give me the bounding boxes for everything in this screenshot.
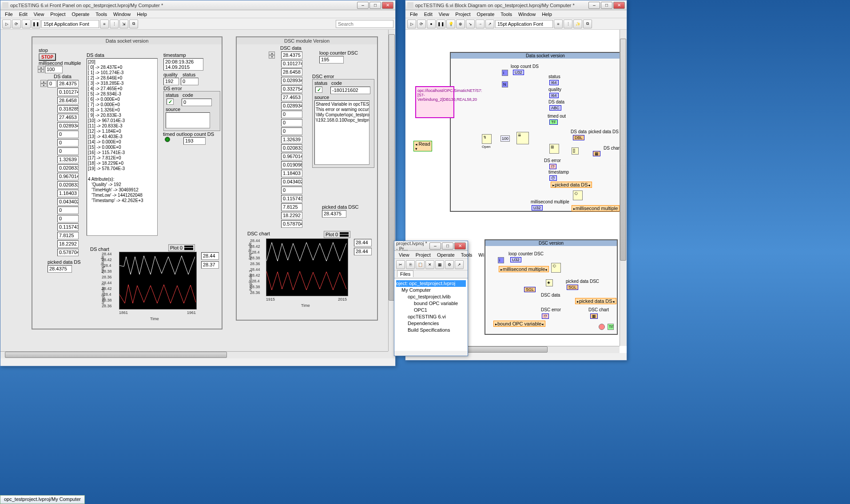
bd-timestamp-term[interactable]: ⏱ — [549, 175, 557, 181]
resize-button[interactable]: ⇲ — [119, 20, 128, 28]
bd-scroll-v[interactable] — [620, 30, 627, 346]
bd-menu-edit[interactable]: Edit — [421, 11, 435, 18]
ds-data-cell[interactable]: 0 — [57, 131, 79, 138]
abort-button[interactable]: ● — [22, 20, 31, 28]
bd-dsc-chart-term[interactable]: ▦ — [590, 314, 598, 319]
bd-menu-file[interactable]: File — [407, 11, 421, 18]
dsc-data-cell[interactable]: 0 — [281, 187, 302, 194]
ds-open-node[interactable]: ↯ — [482, 134, 492, 144]
highlight-exec-button[interactable]: 💡 — [446, 20, 455, 28]
ds-data-cell[interactable]: 0.578704 — [57, 249, 79, 256]
taskbar-item[interactable]: opc_testproject.lvproj/My Computer — [0, 495, 85, 504]
ds-index[interactable]: 0 — [48, 80, 56, 87]
ds-data-cell[interactable]: 0.101274 — [57, 88, 79, 96]
bd-reorder-button[interactable]: ⧉ — [583, 20, 592, 28]
menu-project[interactable]: Project — [48, 11, 68, 18]
menu-tools[interactable]: Tools — [93, 11, 110, 18]
ds-data-cell[interactable]: 0.020833 — [57, 164, 79, 172]
dsc-stop-term[interactable]: TF — [608, 324, 614, 330]
bd-align-button[interactable]: ≡ — [554, 20, 563, 28]
bd-dschart-term[interactable]: ▦ — [593, 151, 600, 156]
dsc-data-cell[interactable]: 7.8125 — [281, 203, 302, 211]
step-over-button[interactable]: → — [476, 20, 485, 28]
dsc-data-cell[interactable]: 18.2292 — [281, 212, 302, 219]
proj-btn2[interactable]: ⚙ — [445, 260, 454, 269]
close-button[interactable]: ✕ — [382, 2, 393, 9]
dsc-data-cell[interactable]: 0.028934 — [281, 102, 302, 110]
ms-value[interactable]: 100 — [45, 66, 63, 73]
bd-dsdata2-term[interactable]: DBL — [573, 135, 584, 140]
maximize-button[interactable]: □ — [369, 2, 381, 9]
dsc-sv-node[interactable]: ◈ — [546, 279, 553, 286]
proj-menu-project[interactable]: Project — [413, 251, 433, 258]
fp-scroll-h[interactable] — [0, 351, 388, 358]
ds-data-cell[interactable]: 0.043402 — [57, 198, 79, 206]
bd-loop-counter-dsc-term[interactable]: U32 — [510, 257, 521, 262]
search-input[interactable] — [336, 20, 393, 28]
ds-data-cell[interactable]: 0 — [57, 139, 79, 147]
proj-btn3[interactable]: ↗ — [455, 260, 464, 269]
bd-hundred-const[interactable]: 100 — [500, 135, 510, 142]
bd-ms-local[interactable]: ▸millisecond multiple — [572, 205, 620, 211]
tree-build[interactable]: Build Specifications — [396, 327, 466, 333]
bd-dsdata-term[interactable]: ABC — [549, 105, 561, 111]
bd-picked-ds-local[interactable]: ▸picked data DS◂ — [551, 182, 592, 188]
bd-menu-operate[interactable]: Operate — [474, 11, 497, 18]
ds-data-cell[interactable]: 18.2292 — [57, 240, 79, 248]
bd-status-term[interactable]: I64 — [549, 80, 559, 85]
bd-menu-project[interactable]: Project — [453, 11, 473, 18]
bd-menu-help[interactable]: Help — [539, 11, 555, 18]
tree-lvlib[interactable]: opc_testproject.lvlib — [396, 294, 466, 300]
bd-picked-dsc-term[interactable]: SGL — [567, 285, 578, 290]
ds-plot-legend[interactable]: Plot 0 — [168, 244, 195, 251]
proj-cut-button[interactable]: ✂ — [396, 260, 405, 269]
ds-data-cell[interactable]: 0 — [57, 147, 79, 155]
menu-help[interactable]: Help — [134, 11, 150, 18]
bd-ds-while-loop[interactable]: Data socket version opc://localhost/OPC.… — [450, 52, 627, 212]
bd-loop-count-term[interactable]: U32 — [513, 70, 524, 75]
proj-menu-operate[interactable]: Operate — [434, 251, 457, 258]
ds-index-spinner[interactable]: ▴▾ — [40, 80, 47, 87]
pause-button[interactable]: ❚❚ — [32, 20, 40, 28]
dsc-plot-legend[interactable]: Plot 0 — [324, 231, 350, 238]
ds-data-cell[interactable]: 0.967014 — [57, 173, 79, 180]
bd-menu-window[interactable]: Window — [516, 11, 538, 18]
menu-edit[interactable]: Edit — [16, 11, 30, 18]
menu-window[interactable]: Window — [111, 11, 133, 18]
tree-project-root[interactable]: oject: opc_testproject.lvproj — [396, 280, 466, 287]
dsc-data-cell[interactable]: 0.101274 — [281, 60, 302, 67]
proj-close-button[interactable]: ✕ — [454, 242, 466, 250]
loop-i-terminal[interactable]: i — [502, 70, 508, 76]
dsc-wait-node[interactable]: ⏲ — [551, 263, 561, 273]
dsc-data-cell[interactable]: 0.967014 — [281, 153, 302, 160]
ds-read-node[interactable]: ⇊ — [516, 132, 529, 144]
menu-file[interactable]: File — [2, 11, 16, 18]
proj-minimize-button[interactable]: – — [429, 242, 441, 250]
variant-node[interactable]: ⊞ — [549, 144, 559, 154]
ds-raw-text[interactable]: [20] [ 0] -> 28.437E+0 [ 1] -> 101.274E-… — [87, 58, 158, 236]
bd-ms-term[interactable]: U32 — [532, 205, 543, 210]
step-into-button[interactable]: ↘ — [466, 20, 475, 28]
dsc-data-cell[interactable]: 28.6458 — [281, 68, 302, 76]
dsc-chart[interactable] — [266, 238, 348, 296]
bd-run-continuous-button[interactable]: ⟳ — [417, 20, 426, 28]
dsc-index-spinner[interactable]: ▴▾ — [269, 52, 275, 59]
ds-data-cell[interactable]: 0.318285 — [57, 105, 79, 113]
bd-timedout-term[interactable]: TF — [549, 119, 558, 125]
dsc-data-cell[interactable]: 28.4375 — [281, 52, 302, 59]
reorder-button[interactable]: ⧉ — [129, 20, 138, 28]
wait-node[interactable]: ⏲ — [573, 190, 583, 200]
opc-url-constant[interactable]: opc://localhost/OPC.SimaticNET/S7:[S7-Ve… — [415, 86, 454, 118]
ds-data-cell[interactable]: 27.4653 — [57, 114, 79, 121]
proj-copy-button[interactable]: ⎘ — [406, 260, 415, 269]
bd-dsc-while-loop[interactable]: DSC version loop counter DSC U32 i ▸mill… — [485, 239, 618, 335]
proj-delete-button[interactable]: ✕ — [425, 260, 434, 269]
proj-menu-wi[interactable]: Wi — [476, 251, 487, 258]
ds-data-cell[interactable]: 28.6458 — [57, 97, 79, 104]
bd-dserror-term[interactable]: !? — [549, 164, 556, 169]
dsc-data-cell[interactable]: 0.332754 — [281, 85, 302, 93]
bd-read-enum[interactable]: ◂ Read ▾ — [413, 141, 432, 151]
dsc-data-cell[interactable]: 0.019098 — [281, 161, 302, 169]
dsc-data-cell[interactable]: 0 — [281, 111, 302, 118]
tree-my-computer[interactable]: My Computer — [396, 287, 466, 294]
